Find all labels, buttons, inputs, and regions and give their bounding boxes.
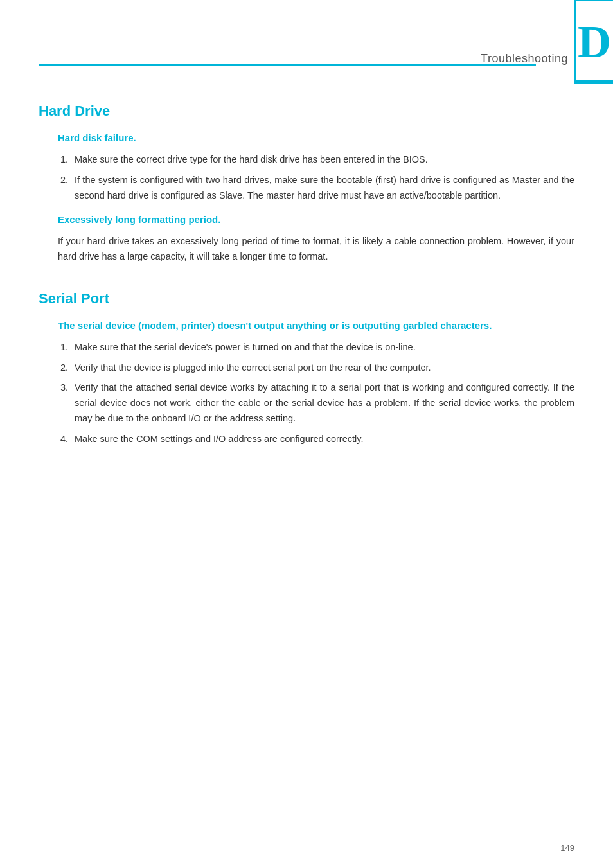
header-line (39, 64, 536, 66)
main-content: Hard Drive Hard disk failure. Make sure … (0, 84, 613, 496)
hard-drive-section: Hard Drive Hard disk failure. Make sure … (39, 103, 574, 265)
serial-device-subsection: The serial device (modem, printer) doesn… (58, 320, 574, 448)
list-item: Verify that the attached serial device w… (71, 380, 574, 427)
hard-disk-failure-subsection: Hard disk failure. Make sure the correct… (58, 132, 574, 204)
serial-port-section: Serial Port The serial device (modem, pr… (39, 290, 574, 448)
chapter-tab: D (574, 0, 613, 84)
list-item: Make sure the correct drive type for the… (71, 152, 574, 168)
hard-drive-content: Hard disk failure. Make sure the correct… (39, 132, 574, 265)
chapter-title: Troubleshooting (481, 52, 574, 84)
chapter-letter: D (578, 19, 611, 65)
serial-device-list: Make sure that the serial device's power… (71, 340, 574, 448)
page-number: 149 (560, 843, 574, 853)
tab-bottom-line (576, 80, 613, 82)
header-title-area: Troubleshooting D (481, 0, 613, 84)
hard-drive-title: Hard Drive (39, 103, 574, 120)
list-item: Make sure the COM settings and I/O addre… (71, 432, 574, 447)
serial-device-heading: The serial device (modem, printer) doesn… (58, 320, 574, 331)
list-item: If the system is configured with two har… (71, 173, 574, 204)
serial-port-title: Serial Port (39, 290, 574, 307)
hard-disk-failure-heading: Hard disk failure. (58, 132, 574, 143)
page-container: Troubleshooting D Hard Drive Hard disk f… (0, 0, 613, 868)
page-header: Troubleshooting D (0, 0, 613, 84)
formatting-period-body: If your hard drive takes an excessively … (58, 234, 574, 265)
list-item: Make sure that the serial device's power… (71, 340, 574, 355)
list-item: Verify that the device is plugged into t… (71, 360, 574, 376)
formatting-period-heading: Excessively long formatting period. (58, 214, 574, 225)
hard-disk-failure-list: Make sure the correct drive type for the… (71, 152, 574, 204)
serial-port-content: The serial device (modem, printer) doesn… (39, 320, 574, 448)
formatting-period-subsection: Excessively long formatting period. If y… (58, 214, 574, 265)
